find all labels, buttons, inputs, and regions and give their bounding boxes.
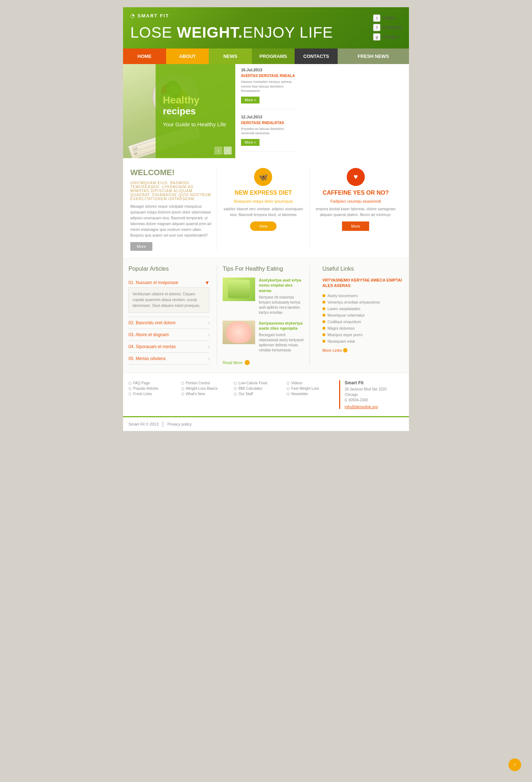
arrow-icon-3: ›	[208, 332, 210, 338]
footer-links-section: FAQ Page Popular Articles Fresh Links Po…	[123, 373, 409, 416]
welcome-more-btn[interactable]: More	[130, 242, 152, 251]
useful-link-4[interactable]: Moertayse volernatur	[322, 312, 404, 318]
footer-link-articles[interactable]: Popular Articles	[128, 386, 178, 391]
nav-about[interactable]: ABOUT	[166, 48, 209, 64]
copyright-text: Smart Fit © 2013	[128, 422, 159, 426]
useful-link-2[interactable]: Venertyu ersvitae ertyasnemo	[322, 299, 404, 305]
useful-link-5[interactable]: Coditaut onqunturs	[322, 318, 404, 325]
feature2-col: ♥ CAFFEINE YES OR NO? Fadipisci unumqu e…	[310, 168, 402, 251]
footer-link-lowcal[interactable]: Low-Calorie Food	[234, 380, 283, 386]
footer-link-staff[interactable]: Our Staff	[234, 391, 283, 397]
useful-link-6[interactable]: Magni doloreso	[322, 325, 404, 331]
article-item-3[interactable]: 03. Abore et dognam ›	[128, 329, 210, 341]
arrow-icon-2: ›	[208, 320, 210, 326]
facebook-icon: f	[373, 24, 380, 31]
fresh-news-panel: 16.Jul.2013 AVERTAS DEROTASE RNDALA Mase…	[235, 64, 300, 161]
news-date-1: 16.Jul.2013	[241, 68, 295, 72]
article-num-5: 05.	[128, 356, 135, 361]
article-item-5[interactable]: 05. Mertas oilsdera ›	[128, 353, 210, 365]
tips-title: Tips For Healthy Eating	[223, 266, 304, 272]
footer-link-newsletter[interactable]: Newsletter	[287, 391, 336, 397]
footer-dot-icon	[128, 382, 131, 385]
slider-subtitle: Your Guide to Healthy Life	[163, 121, 228, 127]
article-item-4[interactable]: 04. Siporauam el mertas ›	[128, 341, 210, 353]
footer-link-weightloss[interactable]: Weight-Loss Basics	[181, 386, 231, 391]
logo: ◔ SMART FIT	[130, 13, 402, 18]
article-label-2: Basncidu oret dolore	[136, 320, 176, 325]
footer-dot-icon	[181, 387, 184, 390]
logo-icon: ◔	[130, 13, 135, 18]
footer-dot-icon	[234, 382, 237, 385]
feature1-view-btn[interactable]: View	[250, 221, 277, 231]
useful-links-col: Useful Links VRTYASNEMO KERYTAE AWECA EN…	[317, 266, 404, 365]
footer-link-freshlinks[interactable]: Fresh Links	[128, 391, 178, 397]
footer-dot-icon	[181, 382, 184, 385]
nav-fresh[interactable]: FRESH NEWS	[338, 48, 409, 64]
article-expanded-1: Vertidunam ultatore et dolores. Ciquam v…	[128, 287, 210, 313]
news-more-btn-2[interactable]: More	[241, 139, 259, 146]
tip-text-2: Beciegast inverti vitaesasead asety kert…	[259, 333, 304, 353]
hero-slider: 123124 4041	[123, 64, 235, 158]
slider-navigation: ‹ ›	[214, 147, 232, 155]
footer-dot-icon	[128, 387, 131, 390]
privacy-link[interactable]: Privacy policy	[167, 422, 191, 426]
arrow-icon-5: ›	[208, 356, 210, 362]
footer-link-fastwl[interactable]: Fast Weight Loss	[287, 386, 336, 391]
contact-email[interactable]: info@demolink.org	[345, 405, 404, 409]
footer-col-2: Portion Control Weight-Loss Basics What'…	[181, 380, 231, 409]
welcome-title: WELCOME!	[130, 168, 211, 177]
footer-link-videos[interactable]: Videos	[287, 380, 336, 386]
bullet-icon	[322, 307, 325, 310]
social-google[interactable]: g Google +	[373, 33, 402, 41]
bullet-icon	[322, 333, 325, 336]
twitter-icon: t	[373, 14, 380, 22]
useful-link-8[interactable]: Niuisquam esta	[322, 338, 404, 344]
feature1-col: 🦋 NEW EXPRESS DIET Buisquam estqui dolor…	[217, 168, 309, 251]
google-icon: g	[373, 33, 380, 41]
welcome-col: WELCOME! UNICMQUAM EIUS, BASMODI TEMUREA…	[130, 168, 217, 251]
slider-next-btn[interactable]: ›	[224, 147, 232, 155]
read-more-link[interactable]: Read More ›	[223, 360, 249, 365]
footer-col-1: FAQ Page Popular Articles Fresh Links	[128, 380, 178, 409]
news-title-1: AVERTAS DEROTASE RNDALA	[241, 74, 295, 78]
footer-dot-icon	[287, 393, 290, 396]
article-item-2[interactable]: 02. Basncidu oret dolore ›	[128, 317, 210, 329]
footer-dot-icon	[287, 387, 290, 390]
article-num-3: 03.	[128, 332, 135, 337]
article-item-1[interactable]: 01. Nuouam el moiporase ▼ Vertidunam ult…	[128, 278, 210, 317]
nav-programs[interactable]: PROGRAMS	[252, 48, 295, 64]
news-text-2: Ertyadea se laisuas ibertelero severode …	[241, 127, 295, 136]
more-links-link[interactable]: More Links ›	[322, 348, 348, 352]
useful-link-3[interactable]: Lasec vasptaiades	[322, 305, 404, 312]
slider-title2: recipes	[163, 106, 228, 117]
bottom-footer: Smart Fit © 2013 | Privacy policy	[123, 416, 409, 431]
feature2-more-btn[interactable]: More	[342, 221, 369, 231]
tagline-bold: WEIGHT.	[177, 24, 243, 41]
news-date-2: 12.Jul.2013	[241, 115, 295, 119]
nav-contacts[interactable]: CONTACTS	[295, 48, 338, 64]
useful-link-7[interactable]: Msequci eque porro	[322, 331, 404, 338]
nav-home[interactable]: HOME	[123, 48, 166, 64]
feature1-text: sadolor sitamet verc onetase. adipisci u…	[223, 206, 304, 218]
useful-link-1[interactable]: Asety kscoresers	[322, 292, 404, 299]
feature1-subtitle: Buisquam estqui dolor ipsumquia	[223, 199, 304, 203]
contact-address: 28 Jackson Blvd Ste 1020ChicagoIL 60504-…	[345, 386, 404, 403]
article-num-2: 02.	[128, 320, 135, 325]
article-label-1: Nuouam el moiporase	[136, 280, 178, 285]
article-num-1: 01.	[128, 280, 135, 285]
social-facebook[interactable]: f Facebook	[373, 24, 402, 31]
footer-link-portion[interactable]: Portion Control	[181, 380, 231, 386]
social-twitter[interactable]: t Twitter	[373, 14, 402, 22]
tip-image-1	[223, 278, 255, 301]
nav-news[interactable]: NEWS	[209, 48, 252, 64]
useful-links-header: VRTYASNEMO KERYTAE AWECA ENIPTAI ALES AS…	[322, 278, 404, 289]
footer-link-whatsnew[interactable]: What's New	[181, 391, 231, 397]
main-nav: HOME ABOUT NEWS PROGRAMS CONTACTS FRESH …	[123, 48, 409, 64]
footer-link-faq[interactable]: FAQ Page	[128, 380, 178, 386]
footer-link-bmi[interactable]: BMI Calculator	[234, 386, 283, 391]
popular-articles-col: Popular Articles 01. Nuouam el moiporase…	[128, 266, 210, 365]
slider-prev-btn[interactable]: ‹	[214, 147, 222, 155]
feature1-icon: 🦋	[254, 168, 272, 186]
news-more-btn-1[interactable]: More	[241, 97, 259, 103]
news-item-1: 16.Jul.2013 AVERTAS DEROTASE RNDALA Mase…	[241, 68, 295, 109]
